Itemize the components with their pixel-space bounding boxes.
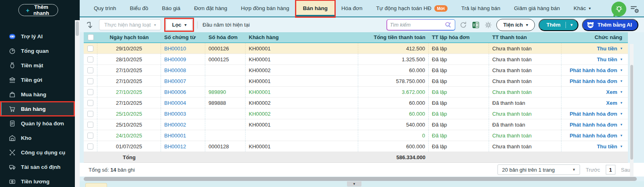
row-checkbox[interactable]	[87, 122, 93, 128]
document-link[interactable]: BH00010	[164, 46, 186, 52]
document-link[interactable]: BH00002	[164, 122, 186, 128]
add-dropdown-caret[interactable]: ▾	[566, 23, 578, 27]
display-settings-icon[interactable]	[630, 4, 640, 15]
table-row[interactable]: 27/10/2025BH00006989890KH000013.672.000Đ…	[84, 87, 628, 98]
chevron-down-icon[interactable]: ▾	[620, 57, 622, 61]
table-row[interactable]: 29/10/2025BH000100000126KH00001412.500Đã…	[84, 43, 628, 54]
row-checkbox[interactable]	[87, 143, 93, 150]
row-checkbox[interactable]	[87, 56, 93, 62]
chevron-down-icon[interactable]: ▾	[620, 68, 622, 72]
chevron-down-icon[interactable]: ▾	[620, 144, 622, 148]
row-checkbox[interactable]	[87, 78, 93, 84]
tab-hóa-đơn[interactable]: Hóa đơn	[334, 0, 369, 17]
column-header[interactable]: Chức năng	[561, 32, 628, 42]
column-header[interactable]: Ngày hạch toán	[97, 32, 161, 42]
sidebar-item-cart[interactable]: Bán hàng	[0, 102, 75, 116]
add-button[interactable]: Thêm ▾	[539, 19, 578, 31]
tips-lightbulb-icon[interactable]	[611, 2, 626, 17]
chevron-down-icon[interactable]: ▾	[620, 123, 622, 127]
table-row[interactable]: 27/10/2025BH00008KH0000260.000Đã lậpChưa…	[84, 65, 628, 76]
sidebar-item-ai-robot[interactable]: Trợ lý AI	[0, 29, 75, 44]
sidebar-item-pie-chart[interactable]: Tổng quan	[0, 44, 75, 58]
column-header[interactable]: TT lập hóa đơn	[429, 32, 489, 42]
page-size-select[interactable]: 20 bản ghi trên 1 trang ▼	[497, 164, 580, 175]
table-row[interactable]: 28/10/2025BH000090000125KH000011.325.500…	[84, 54, 628, 65]
tab-biểu-đồ[interactable]: Biểu đồ	[123, 0, 155, 17]
sidebar-item-warehouse[interactable]: Kho	[0, 131, 75, 145]
sidebar-item-tools[interactable]: Công cụ dụng cụ	[0, 145, 75, 160]
refresh-icon[interactable]	[459, 21, 468, 29]
row-checkbox[interactable]	[87, 111, 93, 117]
quick-add-button[interactable]: + Thêm nhanh	[19, 4, 58, 16]
row-action-button[interactable]: Thu tiền▾	[561, 54, 628, 64]
table-row[interactable]: 24/10/2025BH000010Đã lậpChưa thanh toánP…	[84, 130, 628, 141]
chevron-down-icon[interactable]: ▾	[620, 46, 622, 50]
table-row[interactable]: 27/10/2025BH00004989888KH0000260.000Đã l…	[84, 98, 628, 108]
tab-giảm-giá-hàng-bán[interactable]: Giảm giá hàng bán	[507, 0, 567, 17]
chevron-down-icon[interactable]: ▾	[620, 79, 622, 83]
sidebar-item-truck[interactable]: Tài sản cố định	[0, 160, 75, 174]
document-link[interactable]: BH00012	[164, 143, 186, 150]
table-vertical-scrollbar[interactable]	[630, 44, 634, 187]
document-link[interactable]: BH00007	[164, 78, 186, 84]
batch-actions-button[interactable]: Thực hiện hàng loạt ▾	[99, 19, 161, 30]
document-link[interactable]: BH00006	[164, 89, 186, 95]
sidebar-item-invoice[interactable]: Quản lý hóa đơn	[0, 116, 75, 131]
tab-trả-lại-hàng-bán[interactable]: Trả lại hàng bán	[454, 0, 507, 17]
prev-page-button[interactable]: Trước	[586, 167, 600, 173]
row-action-button[interactable]: Xem▾	[561, 98, 628, 108]
row-checkbox[interactable]	[87, 100, 93, 106]
add-with-ai-button[interactable]: Thêm bằng AI	[582, 19, 638, 31]
chevron-down-icon[interactable]: ▾	[620, 101, 622, 105]
tab-bán-hàng[interactable]: Bán hàng	[296, 0, 335, 17]
column-header[interactable]: TT thanh toán	[489, 32, 561, 42]
chevron-down-icon[interactable]: ▾	[620, 112, 622, 116]
row-action-button[interactable]: Thu tiền▾	[561, 141, 628, 152]
column-header[interactable]: Khách hàng	[246, 32, 358, 42]
gear-icon[interactable]	[484, 21, 493, 29]
chevron-down-icon[interactable]: ▾	[620, 90, 622, 94]
utilities-button[interactable]: Tiện ích ▾	[496, 19, 535, 31]
current-page-box[interactable]: 1	[606, 165, 615, 175]
filter-button[interactable]: Lọc ▾	[166, 19, 192, 30]
tab-đơn-đặt-hàng[interactable]: Đơn đặt hàng	[187, 0, 234, 17]
row-checkbox[interactable]	[87, 46, 93, 52]
tab-hợp-đồng-bán-hàng[interactable]: Hợp đồng bán hàng	[234, 0, 296, 17]
tab-tự-động-hạch-toán-hđ[interactable]: Tự động hạch toán HĐMới	[369, 0, 454, 17]
sidebar-item-bank[interactable]: Tiền gửi	[0, 73, 75, 87]
row-action-button[interactable]: Phát hành hóa đơn▾	[561, 130, 628, 141]
tab-khác[interactable]: Khác▾	[567, 0, 598, 17]
column-header[interactable]: Tổng tiền thanh toán	[358, 32, 429, 42]
search-input[interactable]	[390, 22, 444, 28]
column-header[interactable]: Số hóa đơn	[205, 32, 246, 42]
table-row[interactable]: 01/07/2025BH000120000128KH00001600.000Đã…	[84, 141, 628, 152]
sidebar-item-money-bag[interactable]: Tiền mặt	[0, 58, 75, 73]
table-row[interactable]: 27/10/2025BH00007KH00001578.750.000Đã lậ…	[84, 76, 628, 87]
row-action-button[interactable]: Phát hành hóa đơn▾	[561, 108, 628, 119]
document-link[interactable]: BH00004	[164, 100, 186, 106]
row-checkbox[interactable]	[87, 133, 93, 139]
next-page-button[interactable]: Sau	[621, 167, 630, 173]
chevron-down-icon[interactable]: ▾	[620, 133, 622, 137]
tab-báo-giá[interactable]: Báo giá	[155, 0, 187, 17]
document-link[interactable]: BH00003	[164, 111, 186, 117]
document-link[interactable]: BH00001	[164, 133, 186, 139]
row-checkbox[interactable]	[87, 89, 93, 95]
row-action-button[interactable]: Thu tiền▾	[561, 43, 628, 54]
table-row[interactable]: 25/10/2025BH00003KH0000260.000Đã lậpChưa…	[84, 108, 628, 119]
table-row[interactable]: 25/10/2025BH00002KH00001540.000Đã lậpĐã …	[84, 119, 628, 130]
export-excel-icon[interactable]	[471, 21, 480, 29]
row-action-button[interactable]: Phát hành hóa đơn▾	[561, 76, 628, 86]
select-all-checkbox[interactable]	[88, 34, 94, 40]
panel-collapse-button[interactable]: ▼	[347, 181, 361, 187]
collapse-rows-icon[interactable]	[85, 21, 94, 29]
row-action-button[interactable]: Phát hành hóa đơn▾	[561, 65, 628, 75]
horizontal-scrollbar[interactable]	[84, 177, 637, 181]
document-link[interactable]: BH00009	[164, 56, 186, 62]
sidebar-scrollbar[interactable]	[75, 20, 80, 187]
sidebar-item-shopping-bag[interactable]: Mua hàng	[0, 87, 75, 102]
column-header[interactable]: Số chứng từ	[161, 32, 205, 42]
row-action-button[interactable]: Phát hành hóa đơn▾	[561, 119, 628, 130]
tab-quy-trình[interactable]: Quy trình	[87, 0, 123, 17]
ai-search-icon[interactable]	[444, 21, 452, 29]
